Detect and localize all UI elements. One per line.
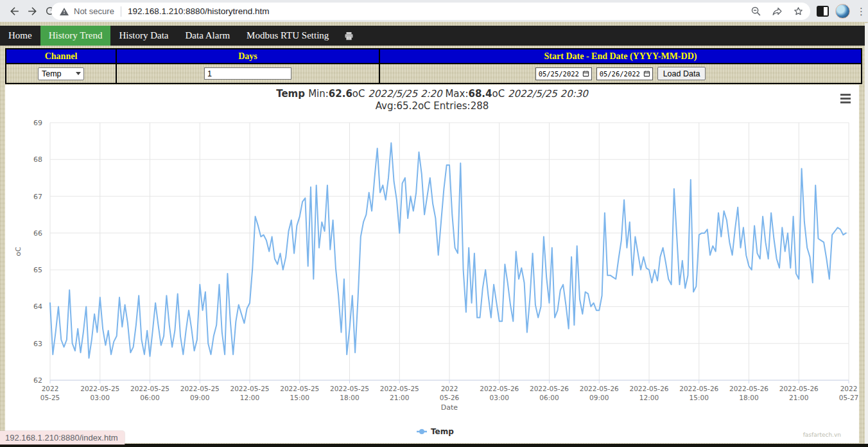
svg-text:21:00: 21:00	[390, 394, 409, 401]
watermark: fasfartech.vn	[803, 432, 841, 438]
legend-item-temp: Temp	[417, 427, 454, 436]
calendar-icon	[643, 70, 650, 77]
zoom-out-icon[interactable]	[751, 6, 761, 17]
svg-text:2022-05-26: 2022-05-26	[580, 385, 619, 392]
svg-text:2022-05-26: 2022-05-26	[779, 385, 819, 392]
printer-icon	[343, 31, 354, 41]
svg-text:15:00: 15:00	[290, 394, 309, 401]
chart-context-menu-icon[interactable]	[837, 91, 854, 105]
channel-select[interactable]: Temp	[38, 67, 84, 80]
svg-text:Date: Date	[441, 403, 458, 412]
back-icon[interactable]	[5, 2, 23, 20]
svg-text:03:00: 03:00	[91, 394, 110, 401]
svg-text:2022-05-26: 2022-05-26	[480, 385, 519, 392]
svg-text:69: 69	[33, 119, 42, 127]
svg-text:2022: 2022	[441, 385, 458, 392]
svg-text:2022-05-26: 2022-05-26	[530, 385, 569, 392]
calendar-icon	[582, 70, 589, 77]
svg-text:68: 68	[33, 155, 42, 164]
avatar[interactable]	[835, 4, 850, 19]
print-button[interactable]	[337, 26, 361, 46]
svg-text:03:00: 03:00	[490, 394, 509, 401]
svg-text:64: 64	[33, 302, 42, 311]
screen: Not secure 192.168.1.210:8880/historytre…	[0, 0, 868, 447]
status-bar-link: 192.168.1.210:8880/index.htm	[0, 431, 125, 444]
svg-text:18:00: 18:00	[340, 394, 359, 401]
start-date-input[interactable]: 05/25/2022	[535, 67, 592, 80]
page-scrollbar[interactable]	[865, 23, 868, 444]
svg-text:62: 62	[33, 376, 42, 385]
svg-text:Temp: Temp	[431, 427, 454, 436]
browser-toolbar: Not secure 192.168.1.210:8880/historytre…	[0, 0, 868, 22]
svg-text:2022-05-25: 2022-05-25	[230, 385, 269, 392]
svg-text:09:00: 09:00	[589, 394, 609, 401]
svg-text:05-25: 05-25	[40, 394, 60, 401]
svg-text:05-27: 05-27	[839, 394, 859, 401]
temp-trend-chart: 6263646566676869202205-252022-05-2503:00…	[5, 85, 859, 443]
end-date-input[interactable]: 05/26/2022	[596, 67, 653, 80]
tab-modbus-rtu-setting[interactable]: Modbus RTU Setting	[238, 26, 337, 46]
svg-text:09:00: 09:00	[190, 394, 209, 401]
side-panel-icon[interactable]	[817, 6, 829, 17]
filter-table: Channel Days Start Date - End Date (YYYY…	[5, 48, 862, 84]
svg-text:66: 66	[33, 229, 42, 238]
svg-text:18:00: 18:00	[739, 394, 758, 401]
svg-text:2022-05-25: 2022-05-25	[330, 385, 369, 392]
svg-text:06:00: 06:00	[539, 394, 559, 401]
svg-text:12:00: 12:00	[639, 394, 659, 401]
tab-history-data[interactable]: History Data	[110, 26, 177, 46]
chart-title: Temp Min:62.6oC 2022/5/25 2:20 Max:68.4o…	[5, 88, 859, 100]
chart-subtitle: Avg:65.2oC Entries:288	[5, 100, 859, 112]
svg-text:12:00: 12:00	[240, 394, 259, 401]
days-input[interactable]: 1	[204, 67, 291, 80]
load-data-button[interactable]: Load Data	[657, 67, 706, 80]
warning-triangle-icon	[59, 6, 69, 17]
divider	[121, 6, 121, 17]
window-bottom-edge	[0, 444, 868, 447]
svg-text:15:00: 15:00	[690, 394, 709, 401]
svg-text:65: 65	[33, 266, 42, 274]
channel-header: Channel	[6, 49, 116, 64]
chevron-down-icon	[76, 72, 81, 75]
svg-text:67: 67	[33, 193, 42, 201]
svg-text:63: 63	[33, 340, 42, 348]
svg-text:2022-05-26: 2022-05-26	[629, 385, 668, 392]
svg-text:21:00: 21:00	[789, 394, 808, 401]
forward-icon[interactable]	[23, 2, 41, 20]
svg-text:2022: 2022	[42, 385, 59, 392]
svg-text:2022-05-25: 2022-05-25	[80, 385, 119, 392]
svg-text:06:00: 06:00	[140, 394, 159, 401]
svg-text:2022-05-26: 2022-05-26	[729, 385, 768, 392]
date-range-header: Start Date - End Date (YYYY-MM-DD)	[379, 49, 862, 64]
chart-panel: 6263646566676869202205-252022-05-2503:00…	[5, 85, 859, 443]
svg-text:2022: 2022	[840, 385, 858, 392]
svg-text:2022-05-25: 2022-05-25	[180, 385, 220, 392]
bookmark-star-icon[interactable]	[793, 6, 804, 17]
days-header: Days	[116, 49, 379, 64]
url-bar[interactable]: Not secure 192.168.1.210:8880/historytre…	[51, 3, 810, 20]
share-icon[interactable]	[772, 6, 783, 17]
site-navbar: Home History Trend History Data Data Ala…	[0, 26, 865, 46]
not-secure-label: Not secure	[74, 6, 114, 16]
svg-text:2022-05-25: 2022-05-25	[380, 385, 419, 392]
kebab-menu-icon[interactable]: ⋮	[856, 6, 865, 16]
tab-home[interactable]: Home	[0, 26, 40, 46]
svg-text:05-26: 05-26	[440, 394, 460, 401]
url-text[interactable]: 192.168.1.210:8880/historytrend.htm	[128, 6, 745, 16]
svg-text:2022-05-25: 2022-05-25	[130, 385, 169, 392]
svg-text:2022-05-25: 2022-05-25	[280, 385, 319, 392]
tab-history-trend[interactable]: History Trend	[40, 26, 111, 46]
tab-data-alarm[interactable]: Data Alarm	[177, 26, 239, 46]
svg-text:oC: oC	[14, 247, 22, 256]
svg-text:2022-05-26: 2022-05-26	[679, 385, 718, 392]
